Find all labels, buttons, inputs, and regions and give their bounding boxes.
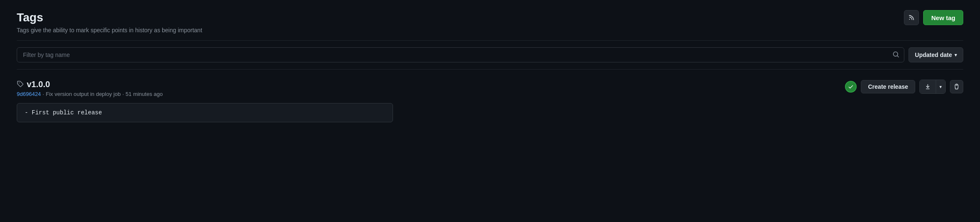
- page-container: Tags Tags give the ability to mark speci…: [0, 0, 980, 222]
- search-wrapper: [17, 47, 904, 62]
- tag-separator: ·: [43, 91, 44, 97]
- tag-name: v1.0.0: [27, 80, 50, 89]
- tags-divider: [17, 69, 963, 70]
- search-input[interactable]: [17, 47, 904, 62]
- tag-name-row: v1.0.0: [17, 80, 393, 89]
- tag-message-box: - First public release: [17, 103, 393, 122]
- create-release-button[interactable]: Create release: [861, 80, 915, 93]
- trash-icon: [954, 84, 960, 90]
- commit-link[interactable]: 9d696424: [17, 91, 41, 97]
- tag-right: Create release ▾: [845, 80, 963, 94]
- sort-label: Updated date: [915, 52, 952, 58]
- page-subtitle: Tags give the ability to mark specific p…: [17, 27, 202, 34]
- tag-meta: 9d696424 · Fix version output in deploy …: [17, 91, 393, 97]
- download-button-group: ▾: [919, 80, 946, 94]
- title-area: Tags Tags give the ability to mark speci…: [17, 10, 202, 34]
- commit-message: Fix version output in deploy job: [46, 91, 120, 97]
- page-title: Tags: [17, 10, 202, 25]
- chevron-down-icon: ▾: [954, 52, 957, 58]
- rss-icon: [908, 14, 915, 21]
- download-button[interactable]: [920, 80, 936, 93]
- rss-button[interactable]: [904, 10, 919, 25]
- tag-link-icon: [17, 80, 23, 89]
- tag-item: v1.0.0 9d696424 · Fix version output in …: [17, 76, 963, 126]
- tag-body-text: - First public release: [25, 109, 102, 116]
- delete-button[interactable]: [950, 80, 963, 93]
- time-ago: 51 minutes ago: [125, 91, 163, 97]
- tag-separator2: ·: [122, 91, 124, 97]
- sort-dropdown[interactable]: Updated date ▾: [909, 47, 963, 62]
- header-actions: New tag: [904, 10, 963, 25]
- header-divider: [17, 40, 963, 41]
- download-chevron-button[interactable]: ▾: [936, 80, 945, 93]
- new-tag-button[interactable]: New tag: [923, 10, 963, 25]
- status-check-icon: [845, 81, 857, 93]
- download-icon: [925, 84, 931, 90]
- header-section: Tags Tags give the ability to mark speci…: [17, 10, 963, 34]
- download-chevron-icon: ▾: [939, 84, 942, 90]
- tag-left: v1.0.0 9d696424 · Fix version output in …: [17, 80, 393, 122]
- filter-section: Updated date ▾: [17, 47, 963, 62]
